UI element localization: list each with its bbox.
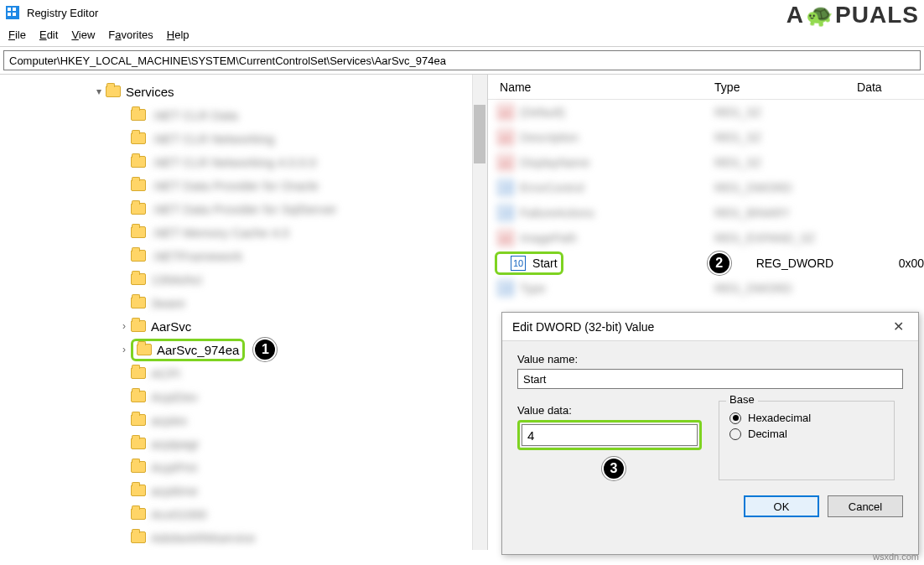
tree-item-aarsvc[interactable]: ›AarSvc <box>0 314 487 338</box>
reg-dword-icon: 10 <box>498 180 513 195</box>
tree-item-aarsvc-974ea[interactable]: ›AarSvc_974ea1 <box>0 338 487 361</box>
value-name: Description <box>520 131 714 144</box>
tree-item-label: .NET Memory Cache 4.0 <box>151 225 289 240</box>
value-type: REG_DWORD <box>714 181 857 194</box>
values-list: ab(Default)REG_SZabDescriptionREG_SZabDi… <box>488 100 924 301</box>
folder-icon <box>131 438 146 449</box>
tree-item--net-clr-data[interactable]: .NET CLR Data <box>0 103 487 127</box>
folder-icon <box>131 414 146 426</box>
tree-item-label: AdobeARMservice <box>151 531 255 545</box>
radio-hexadecimal[interactable]: Hexadecimal <box>729 412 884 424</box>
value-name-field[interactable] <box>517 369 903 389</box>
folder-icon <box>131 179 146 191</box>
folder-icon <box>131 297 146 308</box>
tree-item--netframework[interactable]: .NETFramework <box>0 244 487 267</box>
col-name[interactable]: Name <box>488 80 714 94</box>
value-row-description[interactable]: abDescriptionREG_SZ <box>488 125 924 150</box>
cancel-button[interactable]: Cancel <box>828 495 903 517</box>
tree-item-label: Acx01000 <box>151 507 207 521</box>
dialog-titlebar[interactable]: Edit DWORD (32-bit) Value ✕ <box>502 313 918 341</box>
tree-item-label: .NETFramework <box>151 249 242 263</box>
tree-item-acpi[interactable]: ACPI <box>0 361 487 385</box>
tree-item--net-memory-cache-4-0[interactable]: .NET Memory Cache 4.0 <box>0 220 487 244</box>
scroll-thumb[interactable] <box>474 105 485 163</box>
tree-item-label: acpitime <box>151 484 198 498</box>
window-title: Registry Editor <box>27 7 98 19</box>
tree-item--net-clr-networking[interactable]: .NET CLR Networking <box>0 127 487 150</box>
svg-rect-1 <box>8 8 11 11</box>
value-type: REG_BINARY <box>714 206 857 220</box>
tree-scrollbar[interactable] <box>472 75 487 550</box>
menu-view[interactable]: View <box>71 29 95 41</box>
menu-file[interactable]: File <box>8 29 26 41</box>
folder-icon <box>131 508 146 520</box>
menu-edit[interactable]: Edit <box>39 29 58 41</box>
tree-item-label: 3ware <box>151 296 185 310</box>
folder-icon <box>106 86 121 97</box>
tree-item-highlight: AarSvc_974ea <box>131 339 245 361</box>
value-row-imagepath[interactable]: abImagePathREG_EXPAND_SZ <box>488 225 924 251</box>
address-bar[interactable]: Computer\HKEY_LOCAL_MACHINE\SYSTEM\Curre… <box>3 50 921 70</box>
value-name: Type <box>520 282 714 295</box>
value-name: ErrorControl <box>520 181 714 194</box>
annotation-badge-2: 2 <box>708 251 731 275</box>
menu-favorites[interactable]: Favorites <box>108 29 153 41</box>
tree-item--net-data-provider-for-sqlserver[interactable]: .NET Data Provider for SqlServer <box>0 197 487 220</box>
tree-item-label: .NET CLR Networking <box>151 132 274 146</box>
tree-item-acx01000[interactable]: Acx01000 <box>0 502 487 526</box>
titlebar: Registry Editor <box>0 0 924 25</box>
tree-item--net-data-provider-for-oracle[interactable]: .NET Data Provider for Oracle <box>0 174 487 197</box>
caret-down-icon: ▾ <box>92 86 106 97</box>
value-row-type[interactable]: 10TypeREG_DWORD <box>488 276 924 301</box>
base-group: Base Hexadecimal Decimal <box>719 401 895 480</box>
folder-icon <box>131 461 146 473</box>
tree-item-label: 1394ohci <box>151 272 202 287</box>
tree-item-3ware[interactable]: 3ware <box>0 291 487 314</box>
radio-dec-label: Decimal <box>748 428 787 440</box>
tree-item-acpitime[interactable]: acpitime <box>0 479 487 502</box>
tree-item-label: .NET Data Provider for Oracle <box>151 179 319 193</box>
ok-button[interactable]: OK <box>744 495 819 517</box>
tree-item-label: AarSvc <box>151 319 191 334</box>
folder-icon <box>131 485 146 496</box>
reg-string-icon: ab <box>498 155 513 170</box>
dialog-title: Edit DWORD (32-bit) Value <box>512 320 654 334</box>
col-data[interactable]: Data <box>857 80 924 94</box>
radio-dot-icon <box>729 412 741 424</box>
tree-item-label: .NET CLR Data <box>151 108 238 122</box>
caret-right-icon: › <box>117 320 131 332</box>
tree-item-adobearmservice[interactable]: AdobeARMservice <box>0 526 487 549</box>
menubar: File Edit View Favorites Help <box>0 25 924 47</box>
address-text: Computer\HKEY_LOCAL_MACHINE\SYSTEM\Curre… <box>9 54 446 67</box>
annotation-badge-3: 3 <box>602 457 626 480</box>
value-row-errorcontrol[interactable]: 10ErrorControlREG_DWORD <box>488 175 924 200</box>
tree-item-acpipmi[interactable]: AcpiPmi <box>0 455 487 479</box>
tree-item-1394ohci[interactable]: 1394ohci <box>0 267 487 291</box>
folder-icon <box>131 109 146 121</box>
radio-decimal[interactable]: Decimal <box>729 428 884 440</box>
col-type[interactable]: Type <box>714 80 857 94</box>
value-row-displayname[interactable]: abDisplayNameREG_SZ <box>488 150 924 175</box>
menu-help[interactable]: Help <box>167 29 189 41</box>
value-data-highlight <box>517 420 702 450</box>
value-name-label: Value name: <box>517 353 903 365</box>
value-data-field[interactable] <box>522 424 698 446</box>
tree-item-label: AarSvc_974ea <box>157 343 239 357</box>
value-row-failureactions[interactable]: 10FailureActionsREG_BINARY <box>488 200 924 225</box>
tree-pane: ▾ Services .NET CLR Data.NET CLR Network… <box>0 75 488 550</box>
tree-item--net-clr-networking-4-0-0-0[interactable]: .NET CLR Networking 4.0.0.0 <box>0 150 487 174</box>
close-icon[interactable]: ✕ <box>888 319 908 334</box>
folder-icon <box>131 250 146 262</box>
tree-item-acpiex[interactable]: acpiex <box>0 408 487 432</box>
value-data: 0x00 <box>899 257 924 270</box>
value-name: DisplayName <box>520 156 714 169</box>
caret-right-icon: › <box>117 344 131 355</box>
value-row-start[interactable]: 10Start2REG_DWORD0x00 <box>488 251 924 276</box>
tree-item-acpidev[interactable]: AcpiDev <box>0 385 487 408</box>
reg-string-icon: ab <box>498 130 513 145</box>
tree-item-acpipagr[interactable]: acpipagr <box>0 432 487 455</box>
value-row--default-[interactable]: ab(Default)REG_SZ <box>488 100 924 125</box>
tree-parent-services[interactable]: ▾ Services <box>0 80 487 103</box>
folder-icon <box>131 203 146 215</box>
svg-rect-3 <box>8 13 11 16</box>
